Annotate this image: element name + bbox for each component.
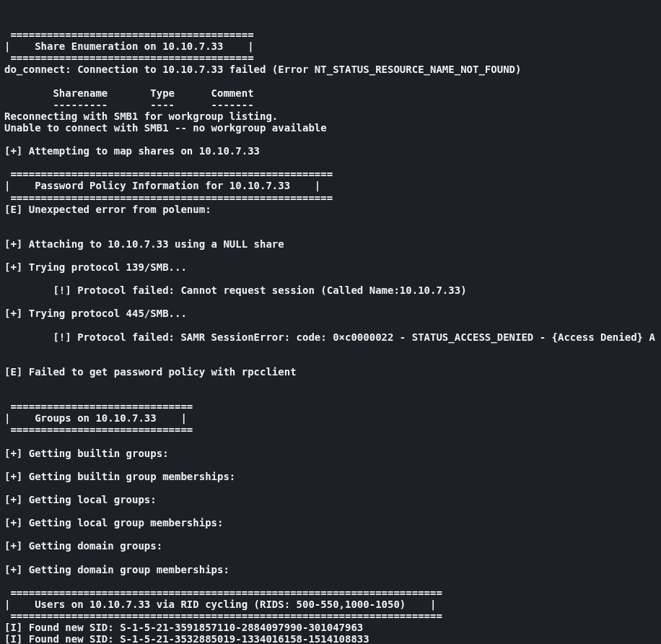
terminal-line: [0, 215, 661, 227]
terminal-line: [+] Getting domain group memberships:: [0, 564, 661, 575]
terminal-line: [0, 134, 661, 145]
terminal-line: Reconnecting with SMB1 for workgroup lis…: [0, 110, 661, 122]
terminal-line: [0, 250, 661, 261]
terminal-line: [+] Attaching to 10.10.7.33 using a NULL…: [0, 238, 661, 250]
terminal-line: [0, 76, 661, 87]
terminal-line: Sharename Type Comment: [0, 87, 661, 99]
terminal-line: | Share Enumeration on 10.10.7.33 |: [0, 40, 661, 52]
terminal-line: ========================================: [0, 29, 661, 40]
terminal-line: [E] Failed to get password policy with r…: [0, 366, 661, 378]
terminal-line: [0, 552, 661, 563]
terminal-line: [0, 296, 661, 308]
terminal-line: [0, 505, 661, 517]
terminal-line: [0, 157, 661, 168]
terminal-line: [+] Getting local groups:: [0, 494, 661, 505]
terminal-line: [0, 575, 661, 587]
terminal-line: [0, 320, 661, 331]
terminal-line: [0, 389, 661, 401]
terminal-line: ==============================: [0, 401, 661, 412]
terminal-line: [+] Trying protocol 445/SMB...: [0, 308, 661, 319]
terminal-line: [+] Getting local group memberships:: [0, 517, 661, 528]
terminal-line: [0, 459, 661, 471]
terminal-line: Unable to connect with SMB1 -- no workgr…: [0, 122, 661, 134]
terminal-line: ========================================…: [0, 587, 661, 599]
terminal-line: ========================================: [0, 52, 661, 64]
terminal-line: | Groups on 10.10.7.33 |: [0, 412, 661, 424]
terminal-line: [0, 378, 661, 389]
terminal-line: [0, 435, 661, 447]
terminal-line: [+] Getting domain groups:: [0, 540, 661, 552]
terminal-line: ========================================…: [0, 192, 661, 204]
terminal-line: do_connect: Connection to 10.10.7.33 fai…: [0, 64, 661, 75]
terminal-line: [0, 354, 661, 366]
terminal-line: [+] Getting builtin groups:: [0, 448, 661, 459]
terminal-line: ========================================…: [0, 610, 661, 622]
terminal-line: | Password Policy Information for 10.10.…: [0, 180, 661, 191]
terminal-line: [I] Found new SID: S-1-5-21-3591857110-2…: [0, 622, 661, 633]
terminal-line: [!] Protocol failed: Cannot request sess…: [0, 284, 661, 296]
terminal-line: [+] Trying protocol 139/SMB...: [0, 261, 661, 273]
terminal-line: [I] Found new SID: S-1-5-21-3532885019-1…: [0, 633, 661, 644]
terminal-line: ========================================…: [0, 168, 661, 180]
terminal-line: [E] Unexpected error from polenum:: [0, 204, 661, 215]
terminal-line: [+] Getting builtin group memberships:: [0, 471, 661, 482]
terminal-line: [0, 482, 661, 494]
terminal-output: ========================================…: [0, 0, 661, 644]
terminal-line: [0, 273, 661, 284]
terminal-line: | Users on 10.10.7.33 via RID cycling (R…: [0, 599, 661, 610]
terminal-line: --------- ---- -------: [0, 99, 661, 110]
terminal-line: [0, 227, 661, 238]
terminal-line: [0, 343, 661, 354]
terminal-line: [!] Protocol failed: SAMR SessionError: …: [0, 331, 661, 343]
terminal-line: ==============================: [0, 424, 661, 435]
terminal-line: [0, 528, 661, 540]
terminal-line: [+] Attempting to map shares on 10.10.7.…: [0, 145, 661, 157]
